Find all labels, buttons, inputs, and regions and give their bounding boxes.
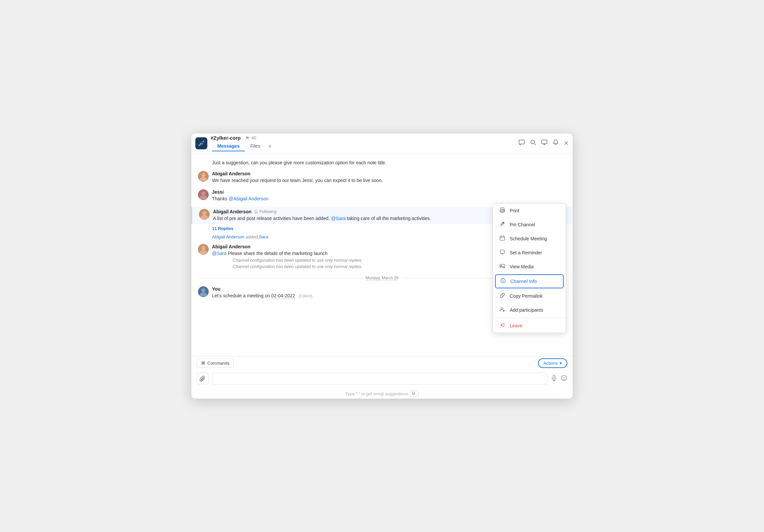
menu-label-channel-info: Channel Info: [510, 279, 537, 284]
tab-files[interactable]: Files: [245, 141, 266, 151]
list-item: Jessi Thanks @Abigail Anderson: [191, 187, 573, 204]
svg-point-7: [531, 140, 535, 144]
markdown-icon: M↓: [410, 391, 419, 397]
menu-item-media[interactable]: View Media: [493, 260, 566, 274]
svg-point-23: [565, 377, 565, 378]
menu-item-permalink[interactable]: Copy Permalink: [493, 289, 566, 303]
avatar: [198, 189, 209, 200]
svg-point-19: [201, 288, 205, 292]
svg-rect-28: [500, 236, 505, 240]
title-actions: ✕: [518, 139, 569, 147]
link-icon: [499, 293, 506, 299]
emoji-hint: Type ":" to get emoji suggestions M↓: [191, 389, 573, 399]
mention-sara[interactable]: @Sara: [331, 216, 346, 221]
commands-icon: ⌘: [201, 361, 205, 366]
bottom-toolbar: ⌘ Commands Actions ▾: [191, 356, 573, 370]
menu-item-pin[interactable]: Pin Channel: [493, 218, 566, 232]
list-item: Abigail Anderson We have reached your re…: [191, 169, 573, 186]
menu-label-permalink: Copy Permalink: [510, 293, 543, 299]
tabs-row: Messages Files +: [212, 141, 274, 151]
bottom-bar: ⌘ Commands Actions ▾ Type ": [191, 356, 573, 399]
svg-point-27: [504, 210, 504, 211]
menu-label-leave: Leave: [510, 323, 522, 328]
menu-item-add-participants[interactable]: Add participants: [493, 303, 566, 317]
leave-icon: [499, 322, 506, 329]
message-icon[interactable]: [518, 139, 525, 147]
svg-point-17: [201, 246, 205, 250]
sara-link[interactable]: Sara: [259, 234, 268, 239]
bell-icon[interactable]: [552, 139, 559, 147]
pin-icon: [499, 221, 506, 228]
mention-abigail[interactable]: @Abigail Anderson: [229, 196, 268, 201]
menu-item-schedule[interactable]: Schedule Meeting: [493, 232, 566, 246]
tab-add-button[interactable]: +: [266, 143, 275, 150]
member-count: 40: [245, 135, 256, 140]
screen-icon[interactable]: [541, 139, 548, 147]
menu-item-leave[interactable]: Leave: [493, 319, 566, 333]
avatar: [198, 244, 209, 255]
message-sender: Abigail Anderson: [212, 244, 250, 249]
svg-point-33: [503, 279, 503, 280]
message-sender: Abigail Anderson: [212, 171, 250, 176]
search-icon[interactable]: [530, 139, 536, 147]
message-text: Thanks @Abigail Anderson: [212, 195, 566, 202]
menu-item-print[interactable]: Print: [493, 204, 566, 218]
svg-rect-20: [553, 375, 555, 378]
title-bar: ZT #Zylker-corp 40 Messages Files +: [191, 133, 573, 153]
date-value: 02-04-2022: [271, 293, 295, 299]
actions-button[interactable]: Actions ▾: [538, 358, 567, 368]
avatar: [198, 171, 209, 182]
main-window: ZT #Zylker-corp 40 Messages Files +: [191, 133, 573, 399]
date-label: Monday, March 28: [366, 276, 399, 280]
svg-rect-6: [519, 140, 524, 144]
menu-item-reminder[interactable]: Set a Reminder: [493, 246, 566, 260]
channel-name: #Zylker-corp: [211, 135, 241, 141]
app-icon: ZT: [195, 137, 207, 149]
edited-label: (Edited): [298, 294, 312, 298]
following-badge: Following: [254, 209, 276, 214]
menu-label-add-participants: Add participants: [510, 307, 543, 313]
emoji-icon[interactable]: [561, 375, 567, 383]
svg-point-2: [198, 144, 200, 146]
commands-button[interactable]: ⌘ Commands: [197, 359, 234, 368]
list-item: Just a suggestion, can you please give m…: [191, 159, 573, 167]
input-icons: [551, 375, 567, 383]
print-icon: [499, 207, 506, 214]
menu-item-channel-info[interactable]: Channel Info: [495, 274, 564, 288]
context-menu: Print Pin Channel Schedule Meeting Set a…: [493, 203, 566, 333]
media-icon: [499, 263, 506, 270]
tab-messages[interactable]: Messages: [212, 141, 245, 151]
info-icon: [500, 278, 506, 285]
svg-point-5: [248, 137, 249, 138]
add-participant-icon: [499, 307, 506, 313]
message-content: Abigail Anderson We have reached your re…: [212, 171, 566, 184]
svg-point-15: [202, 211, 206, 215]
message-text: We have reached your request to our team…: [212, 177, 566, 184]
menu-label-reminder: Set a Reminder: [510, 250, 542, 255]
close-button[interactable]: ✕: [564, 140, 569, 147]
svg-point-3: [202, 140, 204, 142]
svg-line-8: [534, 144, 536, 145]
menu-divider: [493, 318, 566, 318]
avatar: [199, 209, 210, 220]
svg-point-21: [561, 375, 567, 381]
menu-label-pin: Pin Channel: [510, 222, 535, 227]
message-sender: You: [212, 286, 220, 292]
svg-point-22: [563, 377, 564, 378]
message-input[interactable]: [212, 373, 547, 385]
message-sender: Jessi: [212, 189, 224, 195]
avatar: [198, 286, 209, 297]
svg-point-11: [201, 173, 205, 177]
svg-point-13: [201, 191, 205, 195]
calendar-icon: [499, 235, 506, 242]
attach-button[interactable]: [197, 373, 209, 385]
menu-label-media: View Media: [510, 264, 534, 269]
reminder-icon: [499, 249, 506, 256]
mic-icon[interactable]: [551, 375, 557, 383]
actions-chevron-icon: ▾: [560, 361, 562, 366]
message-sender: Abigail Anderson: [213, 209, 251, 214]
mention-sara2[interactable]: @Sara: [212, 251, 227, 256]
svg-rect-29: [500, 250, 504, 253]
svg-rect-24: [501, 208, 504, 209]
abigail-link[interactable]: Abigail Anderson: [212, 234, 245, 239]
